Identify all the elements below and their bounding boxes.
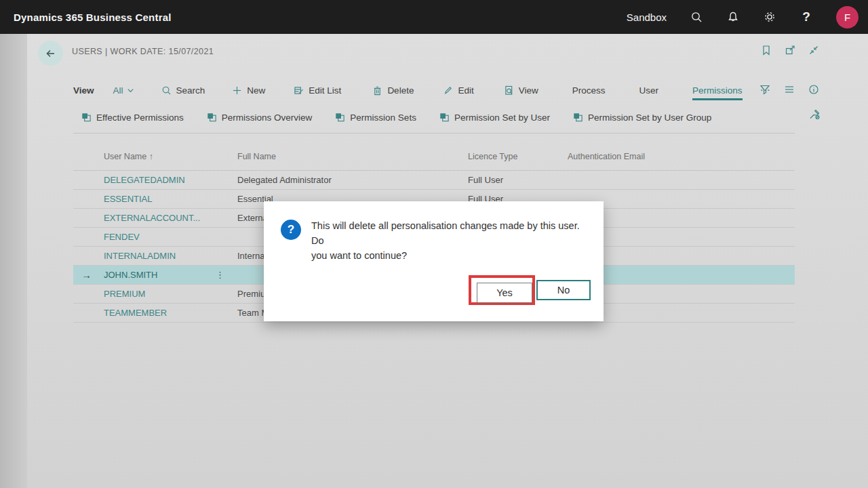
top-bar: Dynamics 365 Business Central Sandbox ? …: [0, 0, 868, 34]
view-filter-all-dropdown[interactable]: All: [113, 85, 134, 96]
confirmation-dialog: ? This will delete all personalisation c…: [264, 201, 604, 321]
plus-icon: [232, 85, 242, 96]
page-title: USERS | WORK DATE: 15/07/2021: [72, 47, 214, 56]
trash-icon: [372, 85, 382, 96]
view-document-icon: [504, 85, 514, 96]
user-name-link[interactable]: ESSENTIAL: [104, 194, 216, 204]
chevron-down-icon: [127, 87, 134, 94]
list-view-icon[interactable]: [784, 84, 796, 96]
filter-funnel-icon[interactable]: [760, 84, 772, 96]
sort-asc-icon: ↑: [149, 152, 153, 161]
permission-icon: [207, 113, 217, 123]
action-toolbar: View All Search New Edit List Delete Edi…: [73, 80, 826, 100]
bookmark-icon[interactable]: [761, 45, 773, 57]
selected-row-arrow-icon: →: [73, 269, 104, 281]
permissions-ribbon: Effective Permissions Permissions Overvi…: [81, 107, 824, 127]
magnifier-icon: [161, 85, 172, 96]
menu-process[interactable]: Process: [572, 85, 606, 96]
table-row[interactable]: DELEGATEDADMIN Delegated Administrator F…: [73, 171, 795, 190]
user-name-link[interactable]: FENDEV: [104, 232, 216, 242]
new-action[interactable]: New: [232, 85, 265, 96]
user-name-link[interactable]: INTERNALADMIN: [104, 251, 216, 261]
col-auth-email[interactable]: Authentication Email: [568, 152, 795, 161]
page-header: USERS | WORK DATE: 15/07/2021: [27, 42, 868, 72]
help-icon[interactable]: ?: [800, 10, 813, 24]
user-name-link[interactable]: PREMIUM: [104, 289, 216, 299]
settings-gear-icon[interactable]: [763, 10, 776, 24]
back-button[interactable]: [38, 41, 63, 66]
red-highlight-annotation: Yes: [469, 275, 535, 305]
edit-list-icon: [294, 85, 304, 96]
col-user-name[interactable]: User Name ↑: [104, 152, 216, 161]
col-licence-type[interactable]: Licence Type: [468, 152, 568, 161]
permission-icon: [335, 113, 345, 123]
no-button[interactable]: No: [536, 280, 591, 300]
unpin-icon[interactable]: [808, 108, 821, 121]
info-icon[interactable]: [808, 84, 821, 96]
environment-label[interactable]: Sandbox: [627, 12, 667, 23]
left-edge-strip: [0, 34, 27, 488]
permission-sets-action[interactable]: Permission Sets: [335, 113, 416, 123]
user-name-link[interactable]: JOHN.SMITH: [104, 270, 216, 280]
user-name-link[interactable]: EXTERNALACCOUNT...: [104, 213, 216, 223]
edit-list-action[interactable]: Edit List: [294, 85, 341, 96]
user-avatar[interactable]: F: [836, 6, 859, 28]
menu-user[interactable]: User: [639, 85, 658, 96]
pencil-icon: [443, 85, 453, 95]
edit-action[interactable]: Edit: [443, 85, 473, 96]
open-in-new-window-icon[interactable]: [785, 45, 797, 57]
col-full-name[interactable]: Full Name: [237, 152, 468, 161]
collapse-page-icon[interactable]: [808, 45, 821, 57]
delete-action[interactable]: Delete: [372, 85, 414, 96]
effective-permissions-action[interactable]: Effective Permissions: [81, 113, 184, 123]
permissions-overview-action[interactable]: Permissions Overview: [207, 113, 313, 123]
ribbon-divider: [73, 133, 795, 134]
permission-icon: [81, 113, 92, 123]
dialog-message: This will delete all personalisation cha…: [311, 218, 591, 263]
permission-icon: [573, 113, 583, 123]
back-arrow-icon: [45, 47, 57, 60]
user-name-link[interactable]: TEAMMEMBER: [104, 308, 216, 318]
menu-permissions-active[interactable]: Permissions: [692, 85, 743, 96]
view-selector-label[interactable]: View: [73, 85, 94, 96]
table-header-row: User Name ↑ Full Name Licence Type Authe…: [73, 142, 795, 171]
permission-set-by-user-group-action[interactable]: Permission Set by User Group: [573, 113, 711, 123]
search-action[interactable]: Search: [161, 85, 205, 96]
notifications-bell-icon[interactable]: [726, 10, 740, 24]
question-icon: ?: [281, 220, 301, 240]
yes-button[interactable]: Yes: [477, 283, 532, 303]
search-icon[interactable]: [690, 10, 703, 24]
view-record-action[interactable]: View: [504, 85, 538, 96]
permission-set-by-user-action[interactable]: Permission Set by User: [439, 113, 550, 123]
permission-icon: [439, 113, 450, 123]
user-name-link[interactable]: DELEGATEDADMIN: [104, 175, 216, 185]
row-kebab-menu-icon[interactable]: ⋮: [216, 270, 237, 280]
app-title[interactable]: Dynamics 365 Business Central: [14, 12, 172, 23]
